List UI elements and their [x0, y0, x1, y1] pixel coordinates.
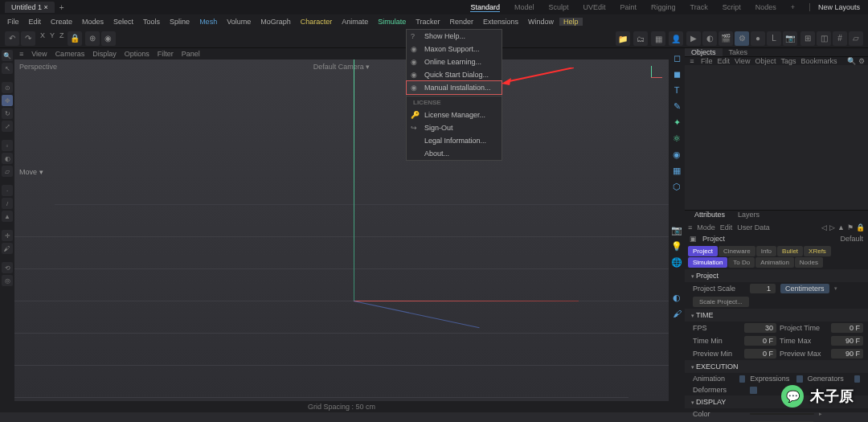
menu-modes[interactable]: Modes: [78, 18, 108, 26]
menu-mesh[interactable]: Mesh: [195, 18, 221, 26]
layout-paint[interactable]: Paint: [620, 3, 637, 11]
menu-select[interactable]: Select: [109, 18, 137, 26]
cube-primitive-icon[interactable]: ◻: [670, 51, 683, 64]
light-button[interactable]: L: [767, 31, 781, 46]
help-license-manager[interactable]: 🔑License Manager...: [407, 109, 502, 121]
section-time[interactable]: TIME: [685, 309, 868, 322]
cursor-icon[interactable]: ↖: [2, 63, 13, 74]
lock-axis-button[interactable]: 🔒: [68, 31, 82, 46]
render-region-button[interactable]: ◐: [702, 31, 717, 46]
nav-back-icon[interactable]: ◁: [821, 223, 827, 231]
chevron-right-icon[interactable]: ▸: [819, 411, 822, 417]
help-show-help[interactable]: ?Show Help...: [407, 30, 502, 43]
rotate-tool-icon[interactable]: ↻: [2, 108, 13, 119]
time-min-value[interactable]: 0 F: [744, 336, 776, 346]
time-max-value[interactable]: 90 F: [831, 336, 863, 346]
menu-extensions[interactable]: Extensions: [479, 18, 522, 26]
menu-render[interactable]: Render: [445, 18, 477, 26]
objects-tab[interactable]: Objects: [685, 48, 723, 56]
layout-standard[interactable]: Standard: [470, 3, 500, 12]
deformer-icon[interactable]: ◉: [670, 148, 683, 161]
chevron-down-icon[interactable]: ▾: [834, 285, 837, 292]
vp-filter[interactable]: Filter: [158, 50, 174, 58]
tab-nodes[interactable]: Nodes: [795, 257, 823, 268]
filter-icon[interactable]: ⚑: [847, 223, 854, 231]
vp-options[interactable]: Options: [125, 50, 149, 58]
coord-object-button[interactable]: ◉: [101, 31, 116, 46]
help-sign-out[interactable]: ↪Sign-Out: [407, 121, 502, 134]
content-browser-button[interactable]: 🗂: [633, 31, 648, 46]
obj-menu-bookmarks[interactable]: Bookmarks: [800, 57, 837, 65]
environment-icon[interactable]: 🌐: [670, 256, 683, 268]
obj-menu-view[interactable]: View: [735, 57, 750, 65]
obj-menu-file[interactable]: File: [701, 57, 713, 65]
color-value[interactable]: [750, 413, 814, 415]
vp-panel[interactable]: Panel: [182, 50, 200, 58]
poly-mode-icon[interactable]: ▲: [2, 211, 13, 222]
tab-project[interactable]: Project: [688, 246, 718, 256]
menu-character[interactable]: Character: [297, 18, 337, 26]
help-about[interactable]: About...: [407, 147, 502, 160]
axis-mode-icon[interactable]: ✛: [2, 230, 13, 241]
nav-fwd-icon[interactable]: ▷: [829, 223, 835, 231]
exec-animation-check[interactable]: [739, 375, 745, 383]
search-icon[interactable]: 🔍: [2, 50, 13, 61]
3d-viewport[interactable]: Perspective Default Camera ▾ Move ▾: [14, 59, 669, 401]
close-tab-icon[interactable]: ×: [44, 3, 48, 11]
live-select-icon[interactable]: ⊙: [2, 82, 13, 93]
light-icon[interactable]: 💡: [670, 240, 683, 252]
mograph-icon[interactable]: ⚛: [670, 132, 683, 145]
layout-button[interactable]: ▦: [651, 31, 665, 46]
user-button[interactable]: 👤: [669, 31, 683, 46]
hamburger-icon[interactable]: ≡: [19, 50, 23, 58]
tab-animation[interactable]: Animation: [755, 257, 794, 268]
help-legal[interactable]: Legal Information...: [407, 134, 502, 147]
doc-tab[interactable]: Untitled 1 ×: [5, 2, 55, 13]
viewport-solo-icon[interactable]: ◎: [2, 275, 13, 286]
nav-gizmo[interactable]: [640, 66, 662, 88]
brush-icon[interactable]: 🖌: [2, 243, 13, 254]
menu-spline[interactable]: Spline: [166, 18, 194, 26]
layout-model[interactable]: Model: [514, 3, 534, 11]
render-settings-button[interactable]: ⚙: [735, 31, 749, 46]
scale-tool-icon[interactable]: ⤢: [2, 121, 13, 132]
help-quick-start[interactable]: ◉Quick Start Dialog...: [407, 68, 502, 81]
takes-tab[interactable]: Takes: [723, 48, 755, 56]
layout-track[interactable]: Track: [690, 3, 708, 11]
workplane-mode-icon[interactable]: ▱: [2, 166, 13, 177]
pen-tool-icon[interactable]: ✎: [670, 100, 683, 113]
redo-button[interactable]: ↷: [21, 31, 35, 46]
edge-mode-icon[interactable]: /: [2, 198, 13, 209]
exec-expressions-check[interactable]: [796, 375, 802, 383]
obj-menu-edit[interactable]: Edit: [718, 57, 731, 65]
section-display[interactable]: DISPLAY: [685, 395, 868, 408]
tab-bullet[interactable]: Bullet: [777, 246, 803, 256]
lock-icon[interactable]: 🔒: [856, 223, 865, 231]
vp-view[interactable]: View: [31, 50, 47, 58]
project-scale-unit[interactable]: Centimeters: [780, 284, 829, 293]
tab-todo[interactable]: To Do: [728, 257, 755, 268]
attr-mode[interactable]: Mode: [697, 223, 715, 231]
grid-button[interactable]: #: [833, 31, 847, 46]
hamburger-icon[interactable]: ≡: [688, 223, 692, 231]
material-icon[interactable]: ◐: [670, 291, 683, 304]
project-scale-value[interactable]: 1: [750, 284, 776, 293]
new-tab-button[interactable]: +: [59, 3, 64, 12]
menu-file[interactable]: File: [3, 18, 23, 26]
layout-uvedit[interactable]: UVEdit: [583, 3, 605, 11]
vp-display[interactable]: Display: [92, 50, 117, 58]
texture-mode-icon[interactable]: ◐: [2, 153, 13, 164]
menu-window[interactable]: Window: [524, 18, 558, 26]
attr-userdata[interactable]: User Data: [737, 223, 770, 231]
tweak-icon[interactable]: ⟲: [2, 262, 13, 273]
object-manager[interactable]: [685, 65, 868, 210]
layout-nodes[interactable]: Nodes: [755, 3, 776, 11]
quantize-button[interactable]: ◫: [817, 31, 831, 46]
layout-sculpt[interactable]: Sculpt: [548, 3, 568, 11]
menu-help[interactable]: Help: [559, 18, 583, 26]
fps-value[interactable]: 30: [744, 323, 776, 333]
render-view-button[interactable]: ▶: [686, 31, 701, 46]
tab-simulation[interactable]: Simulation: [688, 257, 727, 268]
coord-world-button[interactable]: ⊕: [85, 31, 100, 46]
generator-icon[interactable]: ✦: [670, 116, 683, 129]
